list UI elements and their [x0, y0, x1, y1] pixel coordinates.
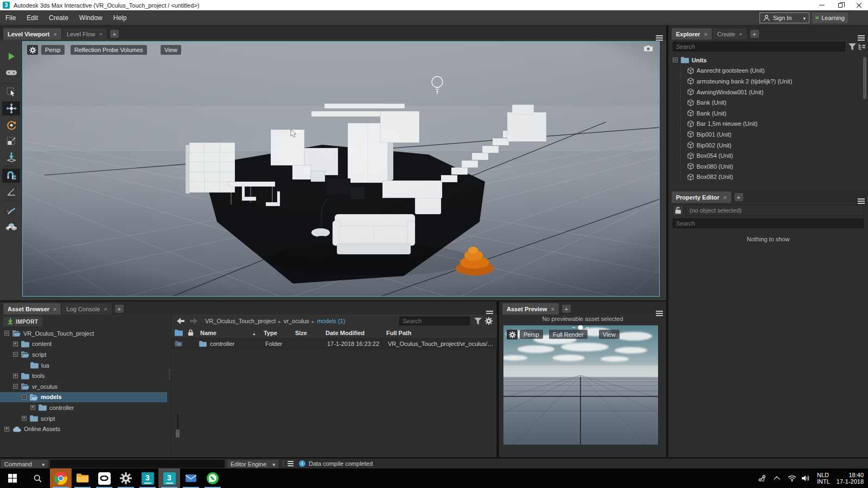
explorer-unit-row[interactable]: Bar 1,5m nieuwe (Unit): [668, 119, 864, 130]
panel-menu-icon[interactable]: [656, 35, 663, 36]
tree-row-script[interactable]: script: [0, 349, 167, 360]
breadcrumb-models[interactable]: models (1): [317, 318, 345, 324]
file-search-input[interactable]: [399, 317, 470, 325]
preview-3d-canvas[interactable]: Persp Full Render View: [503, 325, 658, 445]
start-button[interactable]: [0, 468, 25, 488]
property-search-input[interactable]: [673, 219, 864, 228]
splitter-handle[interactable]: [169, 369, 170, 380]
taskbar-explorer-button[interactable]: [72, 468, 93, 488]
tree-row-online-assets[interactable]: Online Assets: [0, 423, 167, 434]
explorer-search-input[interactable]: [673, 42, 845, 52]
explorer-unit-row[interactable]: armsteuning bank 2 (tijdelijk?) (Unit): [668, 76, 864, 87]
command-dropdown[interactable]: Command: [1, 460, 48, 468]
tab-asset-browser[interactable]: Asset Browser: [3, 303, 61, 314]
angle-snap-tool[interactable]: [2, 185, 20, 199]
filter-icon[interactable]: [474, 318, 482, 325]
preview-view-button[interactable]: View: [599, 330, 620, 339]
viewport-3d-canvas[interactable]: Persp Reflection Probe Volumes View: [22, 41, 660, 297]
breadcrumb-project[interactable]: VR_Oculus_Touch_project: [205, 318, 276, 324]
panel-menu-icon[interactable]: [858, 35, 865, 36]
explorer-unit-row[interactable]: Box082 (Unit): [668, 172, 864, 183]
column-header-path[interactable]: Full Path: [386, 330, 411, 336]
add-tab-button[interactable]: [735, 193, 743, 201]
import-button[interactable]: IMPORT: [3, 317, 42, 326]
close-tab-icon[interactable]: [104, 306, 107, 312]
tree-view-icon[interactable]: [858, 43, 866, 50]
explorer-scrollbar-thumb[interactable]: [863, 57, 866, 99]
terrain-tool[interactable]: [2, 220, 20, 234]
tab-asset-preview[interactable]: Asset Preview: [502, 303, 559, 314]
taskbar-mail-button[interactable]: [180, 468, 202, 488]
scale-tool[interactable]: [2, 134, 20, 149]
preview-settings-button[interactable]: [507, 330, 518, 339]
tab-explorer[interactable]: Explorer: [672, 28, 712, 40]
close-tab-icon[interactable]: [551, 306, 554, 312]
tree-row-lua[interactable]: lua: [0, 360, 167, 371]
column-header-size[interactable]: Size: [295, 330, 326, 336]
breadcrumb-vr-oculus[interactable]: vr_oculus: [284, 318, 309, 324]
add-tab-button[interactable]: [750, 30, 759, 38]
log-list-icon[interactable]: [288, 461, 293, 462]
forward-button[interactable]: [190, 318, 197, 324]
viewport-view-button[interactable]: View: [161, 45, 181, 55]
close-button[interactable]: [850, 0, 868, 10]
explorer-unit-row[interactable]: Aanrecht gootsteen (Unit): [668, 66, 864, 76]
tree-row-models-selected[interactable]: models: [0, 392, 167, 403]
menu-window[interactable]: Window: [74, 10, 108, 25]
close-tab-icon[interactable]: [99, 31, 102, 37]
learning-button[interactable]: Learning: [812, 12, 848, 23]
column-header-name[interactable]: Name: [200, 330, 252, 336]
column-icon-lock[interactable]: [188, 329, 194, 336]
table-row[interactable]: controller Folder 17-1-2018 16:23:22 VR_…: [171, 338, 497, 349]
tab-property-editor[interactable]: Property Editor: [672, 191, 731, 203]
thumbnail-slider-track[interactable]: [177, 414, 178, 439]
add-tab-button[interactable]: [115, 305, 124, 313]
close-tab-icon[interactable]: [704, 31, 707, 37]
collapse-icon[interactable]: [22, 395, 27, 400]
explorer-root-row[interactable]: Units: [668, 55, 864, 66]
gamepad-tool[interactable]: [2, 66, 20, 80]
property-lock-button[interactable]: [673, 205, 684, 216]
close-tab-icon[interactable]: [723, 195, 726, 200]
tree-row-controller[interactable]: controller: [0, 402, 167, 413]
drop-to-ground-tool[interactable]: [2, 151, 20, 165]
tab-log-console[interactable]: Log Console: [62, 303, 111, 314]
language-indicator[interactable]: NLD INTL: [817, 472, 830, 485]
taskbar-3dsmax-interactive-button[interactable]: [158, 468, 180, 488]
preview-persp-button[interactable]: Persp: [520, 330, 543, 339]
tab-level-viewport[interactable]: Level Viewport: [3, 28, 61, 40]
tree-row-project[interactable]: VR_Oculus_Touch_project: [0, 328, 167, 339]
tree-row-vr-oculus[interactable]: vr_oculus: [0, 381, 167, 392]
expand-icon[interactable]: [30, 405, 35, 410]
collapse-icon[interactable]: [4, 331, 9, 336]
tree-row-tools[interactable]: tools: [0, 370, 167, 381]
back-button[interactable]: [177, 318, 184, 324]
panel-menu-icon[interactable]: [656, 311, 663, 312]
minimize-button[interactable]: [813, 0, 831, 10]
explorer-unit-row[interactable]: Bank (Unit): [668, 97, 864, 108]
add-tab-button[interactable]: [110, 30, 119, 38]
viewport-reflection-button[interactable]: Reflection Probe Volumes: [71, 45, 147, 55]
camera-icon[interactable]: [644, 46, 653, 52]
column-header-modified[interactable]: Date Modified: [326, 330, 386, 336]
toolbar-splitter[interactable]: [283, 460, 284, 467]
filter-icon[interactable]: [848, 43, 856, 50]
rotate-tool[interactable]: [2, 118, 20, 132]
expand-icon[interactable]: [4, 427, 9, 432]
menu-file[interactable]: File: [0, 10, 21, 25]
close-tab-icon[interactable]: [53, 31, 56, 37]
menu-create[interactable]: Create: [43, 10, 74, 25]
expand-icon[interactable]: [22, 416, 27, 421]
taskbar-3dsmax-button[interactable]: [137, 468, 158, 488]
expand-icon[interactable]: [13, 374, 18, 378]
collapse-icon[interactable]: [13, 384, 18, 389]
viewport-persp-button[interactable]: Persp: [41, 45, 65, 55]
preview-full-render-button[interactable]: Full Render: [549, 330, 588, 339]
command-input[interactable]: [50, 460, 225, 468]
close-tab-icon[interactable]: [53, 306, 56, 312]
taskbar-settings-button[interactable]: [115, 468, 137, 488]
play-tool[interactable]: [2, 49, 20, 63]
paint-tool[interactable]: [2, 203, 20, 217]
move-tool[interactable]: [2, 101, 20, 115]
speaker-icon[interactable]: [802, 475, 810, 481]
